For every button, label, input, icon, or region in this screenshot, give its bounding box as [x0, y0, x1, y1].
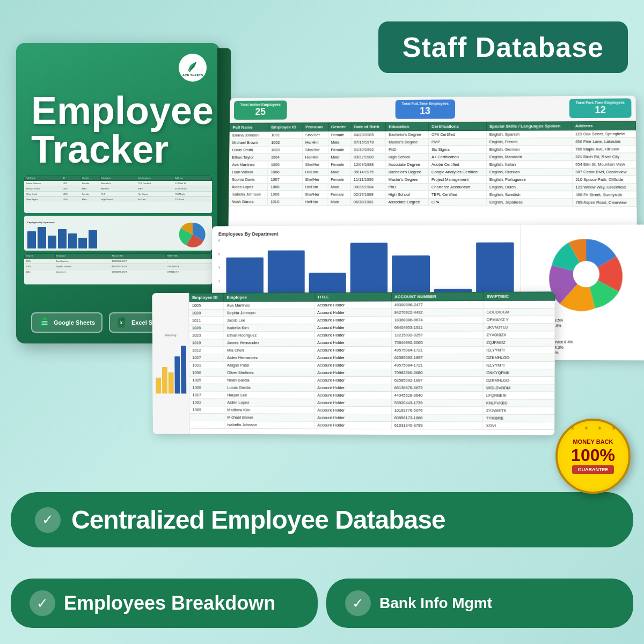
col-pronoun: Pronoun	[303, 123, 328, 131]
col-dob: Date of Birth	[351, 122, 386, 131]
table-row: Noah Garcia1010He/HimMale06/30/1982Assoc…	[229, 198, 636, 207]
bank-info-label: Bank Info Mgmt	[379, 595, 492, 612]
fulltime-count: 13	[401, 105, 449, 116]
logo-circle: ACE SHEETS	[179, 54, 207, 82]
svg-point-12	[573, 261, 599, 287]
col-education: Education	[386, 122, 429, 131]
ace-logo: ACE SHEETS	[179, 54, 207, 82]
bank-row: 1011Jacob LeeAccount Holder18368386-9674…	[189, 316, 555, 324]
employees-breakdown-check: ✓	[30, 590, 55, 616]
google-sheets-badge: Google Sheets	[31, 312, 103, 333]
bank-col-account: ACCOUNT NUMBER	[391, 292, 484, 301]
col-address: Address	[572, 121, 636, 130]
bank-row: 1012Mia ChenAccount Holder49575084-1721I…	[189, 346, 554, 354]
col-gender: Gender	[328, 123, 351, 131]
bank-row: 1031Abigail PatelAccount Holder49575084-…	[189, 361, 554, 369]
table-row: Aiden Lopez1008He/HimMale08/25/1984PhDCh…	[229, 183, 636, 191]
table-row: Ethan Taylor1004He/HimMale03/22/1980High…	[230, 153, 636, 161]
bank-row: 1008Lucas GarciaAccount Holder68136676-6…	[190, 384, 555, 392]
table-row: Ava Martinez1005She/HerFemale12/09/1988A…	[229, 160, 636, 169]
active-employees-count: 25	[240, 106, 281, 118]
bank-row: 1017Harper LeeAccount Holder44045628-964…	[190, 391, 555, 399]
centralized-check-icon: ✓	[35, 507, 61, 533]
svg-rect-7	[42, 324, 48, 325]
col-cert: Certifications	[429, 122, 487, 130]
svg-text:ACE SHEETS: ACE SHEETS	[182, 74, 203, 77]
bank-info-check: ✓	[345, 590, 371, 616]
bank-col-title: TITLE	[314, 292, 392, 302]
col-skills: Special Skills / Languages Spoken	[486, 122, 572, 131]
guarantee-label: GUARANTEE	[572, 465, 613, 474]
svg-rect-6	[42, 323, 48, 323]
bank-row: 1036Oliver MartinezAccount Holder7098236…	[189, 369, 554, 376]
bank-row: 1026Isabella KimAccount Holder68404953-1…	[189, 324, 555, 332]
centralized-label: Centralized Employee Database	[71, 505, 445, 535]
bottom-features: ✓ Employees Breakdown ✓ Bank Info Mgmt	[11, 579, 633, 628]
col-name: Full Name	[230, 123, 268, 131]
employees-breakdown-label: Employees Breakdown	[64, 592, 275, 614]
bank-row: 1019James HernandezAccount Holder7584499…	[189, 339, 554, 347]
staff-database-title: Staff Database	[378, 21, 628, 73]
bank-col-name: Employee	[224, 293, 314, 302]
table-row: Isabella Johnson1009She/HerFemale02/17/1…	[229, 191, 636, 199]
bank-row: 1027Aiden HernandezAccount Holder6258509…	[189, 354, 554, 361]
centralized-database-feature: ✓ Centralized Employee Database	[11, 492, 633, 547]
svg-rect-10	[121, 318, 125, 320]
table-row: Liam Wilson1006He/HimMale05/14/1975Bache…	[229, 168, 636, 175]
employee-data-table: Full Name Employee ID Pronoun Gender Dat…	[229, 121, 636, 207]
bank-row: 1025Noah GarciaAccount Holder62585092-18…	[189, 376, 554, 384]
money-back-badge: MONEY BACK 100% GUARANTEE ★ ★ ★ ★	[555, 419, 631, 494]
bank-row: 1023Ethan RodriguezAccount Holder1221503…	[189, 331, 555, 339]
col-id: Employee ID	[268, 123, 303, 131]
employees-breakdown-feature: ✓ Employees Breakdown	[11, 579, 318, 628]
svg-text:X: X	[120, 320, 122, 325]
bank-table-panel: Warning Employee ID Employee TITLE ACCOU…	[152, 291, 555, 435]
guarantee-percent: 100%	[571, 445, 615, 465]
bar-chart-title: Employees By Department	[218, 230, 514, 237]
table-row: Olivia Smith1003She/HerFemale01/30/1992P…	[230, 145, 636, 154]
bank-info-feature: ✓ Bank Info Mgmt	[326, 579, 633, 628]
table-row: Sophia Davis1007She/HerFemale11/11/1990M…	[229, 175, 636, 183]
bank-row: Isabella JohnsonAccount Holder61631840-8…	[190, 421, 554, 429]
bank-col-swift: SWIFT/BIC	[484, 292, 555, 301]
bank-col-id: Employee ID	[189, 293, 224, 302]
bank-data-table: Employee ID Employee TITLE ACCOUNT NUMBE…	[189, 291, 555, 430]
money-back-text: MONEY BACK	[573, 438, 613, 445]
svg-rect-5	[42, 321, 48, 321]
svg-rect-4	[42, 318, 46, 320]
parttime-count: 12	[576, 104, 625, 116]
box-title: Employee Tracker	[31, 91, 214, 169]
